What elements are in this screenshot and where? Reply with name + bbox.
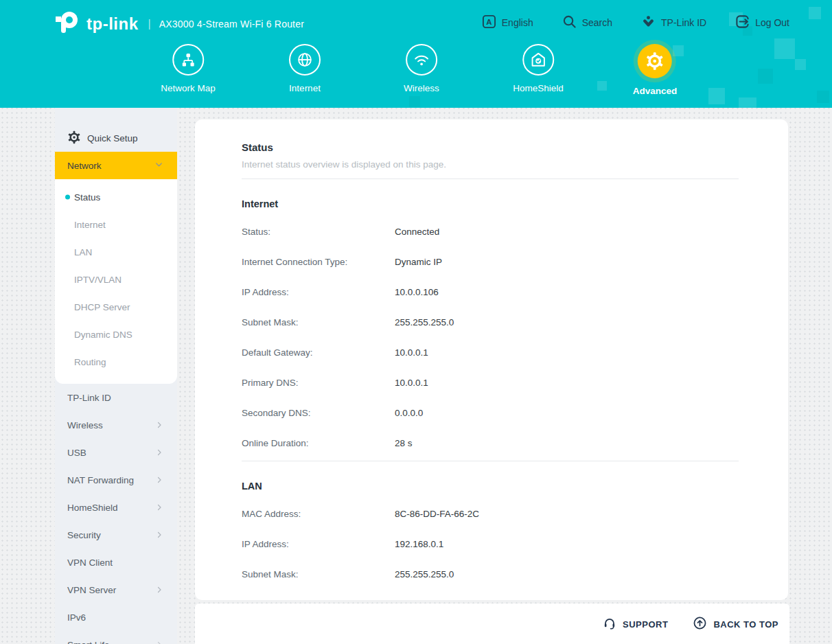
divider [242,179,739,179]
row-value: 8C-86-DD-FA-66-2C [395,509,479,519]
back-to-top-button[interactable]: BACK TO TOP [693,616,778,632]
row-value: 10.0.0.1 [395,378,428,388]
sidebar-item-lan[interactable]: LAN [55,238,177,266]
nav-network-map[interactable]: Network Map [161,44,216,93]
row-label: Status: [242,227,395,237]
sidebar-item-iptv-vlan[interactable]: IPTV/VLAN [55,266,177,293]
search-button[interactable]: Search [562,14,612,31]
sidebar-item-dynamic-dns[interactable]: Dynamic DNS [55,321,177,348]
info-row-default-gateway: Default Gateway: 10.0.0.1 [242,337,739,367]
page-subtitle: Internet status overview is displayed on… [242,159,739,170]
row-label: IP Address: [242,539,395,549]
iptv-vlan-label: IPTV/VLAN [74,275,122,285]
sidebar-item-wireless[interactable]: Wireless [55,411,177,439]
nat-forwarding-menu-label: NAT Forwarding [67,475,134,485]
nav-internet[interactable]: Internet [289,44,321,93]
info-row-lan-subnet-mask: Subnet Mask: 255.255.255.0 [242,559,739,589]
chevron-right-icon [155,503,163,511]
dhcp-server-label: DHCP Server [74,302,130,312]
row-value: 10.0.0.106 [395,287,439,297]
router-admin-page: tp-link | AX3000 4-Stream Wi-Fi 6 Router… [0,0,832,644]
chevron-right-icon [155,448,163,457]
status-label: Status [74,192,100,203]
nav-internet-label: Internet [289,83,321,93]
vpn-server-menu-label: VPN Server [67,585,116,595]
sidebar-item-routing[interactable]: Routing [55,348,177,376]
chevron-right-icon [155,476,163,484]
status-panel: Status Internet status overview is displ… [195,119,788,600]
row-value: Dynamic IP [395,257,442,267]
page-title: Status [242,141,739,153]
nav-advanced[interactable]: Advanced [633,44,678,96]
row-value: 10.0.0.1 [395,347,428,358]
tplink-id-button[interactable]: TP-Link ID [641,14,706,31]
sidebar-item-vpn-server[interactable]: VPN Server [55,576,177,603]
chevron-down-icon [154,160,163,171]
sidebar-item-tplink-id[interactable]: TP-Link ID [55,384,177,411]
info-row-subnet-mask: Subnet Mask: 255.255.255.0 [242,307,739,337]
sidebar-item-usb[interactable]: USB [55,439,177,466]
sidebar-item-security[interactable]: Security [55,521,177,549]
row-value: 192.168.0.1 [395,539,443,549]
row-label: Internet Connection Type: [242,257,395,267]
globe-icon [289,44,321,76]
routing-label: Routing [74,357,106,367]
nav-homeshield-label: HomeShield [513,83,564,93]
sidebar-item-quick-setup[interactable]: Quick Setup [55,124,177,152]
network-map-icon [172,44,204,76]
nav-network-map-label: Network Map [161,83,216,93]
sidebar-item-network[interactable]: Network [55,152,177,179]
wireless-menu-label: Wireless [67,420,103,430]
sidebar-item-nat-forwarding[interactable]: NAT Forwarding [55,466,177,494]
header-actions: A English Search [482,14,789,31]
network-submenu: Status Internet LAN IPTV/VLAN DHCP Serve… [55,179,177,384]
support-button[interactable]: SUPPORT [603,617,668,632]
chevron-right-icon [155,586,163,594]
sidebar-item-vpn-client[interactable]: VPN Client [55,549,177,576]
language-button[interactable]: A English [482,14,533,31]
support-label: SUPPORT [623,619,668,630]
sidebar-item-smart-life[interactable]: Smart Life [55,631,177,644]
internet-section-heading: Internet [242,198,739,209]
lan-label: LAN [74,247,92,257]
info-row-status: Status: Connected [242,216,739,246]
logout-label: Log Out [755,17,789,28]
smart-life-menu-label: Smart Life [67,640,110,644]
brand-name: tp-link [86,14,139,34]
nav-wireless[interactable]: Wireless [404,44,439,93]
language-icon: A [482,14,496,31]
nav-advanced-label: Advanced [633,86,678,96]
brand-separator: | [148,18,151,30]
active-bullet-icon [65,195,70,200]
lan-section-heading: LAN [242,481,739,492]
quick-setup-gear-icon [67,130,81,146]
chevron-right-icon [155,531,163,539]
router-model: AX3000 4-Stream Wi-Fi 6 Router [159,19,304,30]
sidebar-item-ipv6[interactable]: IPv6 [55,603,177,631]
logout-button[interactable]: Log Out [735,14,789,31]
homeshield-menu-label: HomeShield [67,503,118,513]
headset-icon [603,617,616,632]
lan-section-rows: MAC Address: 8C-86-DD-FA-66-2C IP Addres… [242,498,739,589]
row-label: MAC Address: [242,509,395,519]
chevron-right-icon [155,641,163,644]
tplink-logo-icon [54,9,81,39]
search-icon [562,14,577,31]
main-nav: Network Map Internet [0,44,832,106]
arrow-up-circle-icon [693,616,707,632]
nav-homeshield[interactable]: HomeShield [513,44,564,93]
row-label: Primary DNS: [242,378,395,388]
language-label: English [502,17,533,28]
internet-label: Internet [74,220,106,230]
sidebar-item-homeshield[interactable]: HomeShield [55,494,177,521]
svg-text:A: A [486,18,492,26]
sidebar-item-status[interactable]: Status [55,183,177,211]
info-row-lan-ip-address: IP Address: 192.168.0.1 [242,529,739,559]
sidebar-item-dhcp-server[interactable]: DHCP Server [55,293,177,321]
sidebar-item-internet[interactable]: Internet [55,211,177,238]
ipv6-menu-label: IPv6 [67,612,86,623]
back-to-top-label: BACK TO TOP [713,619,778,630]
dynamic-dns-label: Dynamic DNS [74,330,132,340]
tplink-id-label: TP-Link ID [661,17,706,28]
internet-section-rows: Status: Connected Internet Connection Ty… [242,216,739,458]
